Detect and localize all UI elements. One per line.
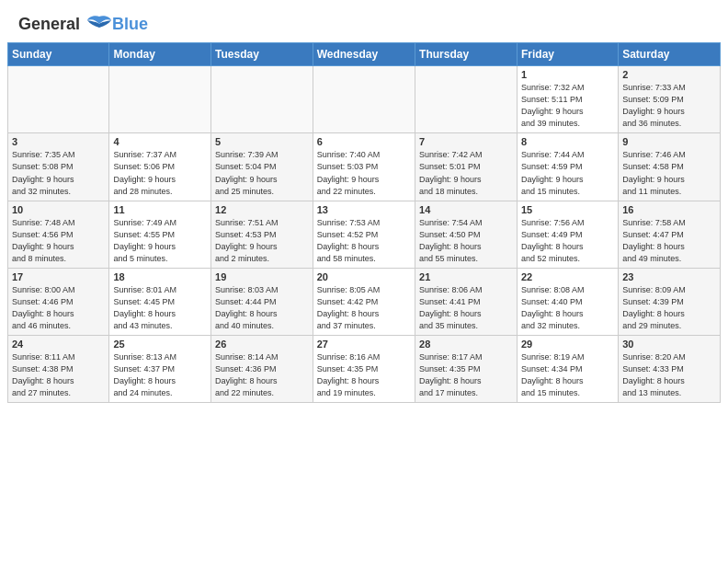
calendar-day-cell: 1Sunrise: 7:32 AM Sunset: 5:11 PM Daylig… <box>517 66 618 133</box>
day-number: 6 <box>317 136 411 147</box>
calendar-day-cell: 5Sunrise: 7:39 AM Sunset: 5:04 PM Daylig… <box>211 133 313 201</box>
calendar-table: SundayMondayTuesdayWednesdayThursdayFrid… <box>7 42 721 403</box>
calendar-week-row: 17Sunrise: 8:00 AM Sunset: 4:46 PM Dayli… <box>8 268 721 335</box>
calendar-day-cell: 23Sunrise: 8:09 AM Sunset: 4:39 PM Dayli… <box>619 268 721 335</box>
logo-general: General <box>18 15 80 33</box>
day-content: Sunrise: 7:49 AM Sunset: 4:55 PM Dayligh… <box>113 217 207 265</box>
day-content: Sunrise: 7:32 AM Sunset: 5:11 PM Dayligh… <box>521 82 614 130</box>
day-content: Sunrise: 7:37 AM Sunset: 5:06 PM Dayligh… <box>113 149 207 197</box>
calendar-day-cell: 26Sunrise: 8:14 AM Sunset: 4:36 PM Dayli… <box>211 336 313 403</box>
day-content: Sunrise: 8:16 AM Sunset: 4:35 PM Dayligh… <box>317 351 411 399</box>
calendar-day-cell: 7Sunrise: 7:42 AM Sunset: 5:01 PM Daylig… <box>415 133 518 201</box>
calendar-day-cell <box>415 66 518 133</box>
calendar-day-cell: 29Sunrise: 8:19 AM Sunset: 4:34 PM Dayli… <box>517 336 618 403</box>
weekday-header: Friday <box>517 43 618 66</box>
day-number: 7 <box>419 136 513 147</box>
calendar-day-cell: 11Sunrise: 7:49 AM Sunset: 4:55 PM Dayli… <box>109 201 211 268</box>
day-number: 8 <box>521 136 614 147</box>
day-number: 24 <box>12 339 105 350</box>
day-content: Sunrise: 8:05 AM Sunset: 4:42 PM Dayligh… <box>317 284 411 332</box>
day-number: 4 <box>113 136 207 147</box>
calendar-week-row: 3Sunrise: 7:35 AM Sunset: 5:08 PM Daylig… <box>8 133 721 201</box>
day-number: 14 <box>419 204 513 215</box>
day-number: 19 <box>215 271 309 282</box>
calendar-wrapper: SundayMondayTuesdayWednesdayThursdayFrid… <box>0 42 728 410</box>
day-content: Sunrise: 7:40 AM Sunset: 5:03 PM Dayligh… <box>317 149 411 197</box>
day-number: 28 <box>419 339 513 350</box>
day-number: 18 <box>113 271 207 282</box>
day-content: Sunrise: 7:46 AM Sunset: 4:58 PM Dayligh… <box>622 149 716 197</box>
day-content: Sunrise: 7:51 AM Sunset: 4:53 PM Dayligh… <box>215 217 309 265</box>
day-number: 2 <box>622 69 716 80</box>
day-content: Sunrise: 8:06 AM Sunset: 4:41 PM Dayligh… <box>419 284 513 332</box>
calendar-day-cell: 20Sunrise: 8:05 AM Sunset: 4:42 PM Dayli… <box>313 268 415 335</box>
day-content: Sunrise: 7:33 AM Sunset: 5:09 PM Dayligh… <box>622 82 716 130</box>
day-content: Sunrise: 7:54 AM Sunset: 4:50 PM Dayligh… <box>419 217 513 265</box>
weekday-header: Sunday <box>8 43 109 66</box>
calendar-day-cell <box>313 66 415 133</box>
day-number: 25 <box>113 339 207 350</box>
calendar-day-cell: 14Sunrise: 7:54 AM Sunset: 4:50 PM Dayli… <box>415 201 518 268</box>
logo: General Blue <box>18 15 148 35</box>
day-number: 16 <box>622 204 716 215</box>
calendar-week-row: 24Sunrise: 8:11 AM Sunset: 4:38 PM Dayli… <box>8 336 721 403</box>
calendar-day-cell: 4Sunrise: 7:37 AM Sunset: 5:06 PM Daylig… <box>109 133 211 201</box>
day-number: 30 <box>622 339 716 350</box>
calendar-day-cell: 10Sunrise: 7:48 AM Sunset: 4:56 PM Dayli… <box>8 201 109 268</box>
weekday-header: Monday <box>109 43 211 66</box>
day-content: Sunrise: 8:09 AM Sunset: 4:39 PM Dayligh… <box>622 284 716 332</box>
calendar-day-cell: 8Sunrise: 7:44 AM Sunset: 4:59 PM Daylig… <box>517 133 618 201</box>
calendar-day-cell: 27Sunrise: 8:16 AM Sunset: 4:35 PM Dayli… <box>313 336 415 403</box>
calendar-day-cell: 15Sunrise: 7:56 AM Sunset: 4:49 PM Dayli… <box>517 201 618 268</box>
calendar-day-cell: 28Sunrise: 8:17 AM Sunset: 4:35 PM Dayli… <box>415 336 518 403</box>
day-number: 26 <box>215 339 309 350</box>
day-content: Sunrise: 7:44 AM Sunset: 4:59 PM Dayligh… <box>521 149 614 197</box>
day-number: 5 <box>215 136 309 147</box>
calendar-day-cell: 6Sunrise: 7:40 AM Sunset: 5:03 PM Daylig… <box>313 133 415 201</box>
day-number: 15 <box>521 204 614 215</box>
page-header: General Blue <box>0 0 728 42</box>
weekday-header: Thursday <box>415 43 518 66</box>
calendar-week-row: 10Sunrise: 7:48 AM Sunset: 4:56 PM Dayli… <box>8 201 721 268</box>
calendar-day-cell: 12Sunrise: 7:51 AM Sunset: 4:53 PM Dayli… <box>211 201 313 268</box>
day-content: Sunrise: 7:39 AM Sunset: 5:04 PM Dayligh… <box>215 149 309 197</box>
calendar-day-cell: 9Sunrise: 7:46 AM Sunset: 4:58 PM Daylig… <box>619 133 721 201</box>
day-number: 22 <box>521 271 614 282</box>
day-content: Sunrise: 8:03 AM Sunset: 4:44 PM Dayligh… <box>215 284 309 332</box>
day-content: Sunrise: 8:00 AM Sunset: 4:46 PM Dayligh… <box>12 284 105 332</box>
day-number: 27 <box>317 339 411 350</box>
day-number: 12 <box>215 204 309 215</box>
day-number: 9 <box>622 136 716 147</box>
calendar-day-cell: 25Sunrise: 8:13 AM Sunset: 4:37 PM Dayli… <box>109 336 211 403</box>
day-number: 3 <box>12 136 105 147</box>
day-content: Sunrise: 8:11 AM Sunset: 4:38 PM Dayligh… <box>12 351 105 399</box>
day-content: Sunrise: 8:19 AM Sunset: 4:34 PM Dayligh… <box>521 351 614 399</box>
calendar-day-cell: 13Sunrise: 7:53 AM Sunset: 4:52 PM Dayli… <box>313 201 415 268</box>
calendar-week-row: 1Sunrise: 7:32 AM Sunset: 5:11 PM Daylig… <box>8 66 721 133</box>
day-number: 23 <box>622 271 716 282</box>
calendar-day-cell <box>211 66 313 133</box>
calendar-day-cell: 19Sunrise: 8:03 AM Sunset: 4:44 PM Dayli… <box>211 268 313 335</box>
calendar-day-cell: 17Sunrise: 8:00 AM Sunset: 4:46 PM Dayli… <box>8 268 109 335</box>
day-number: 21 <box>419 271 513 282</box>
calendar-day-cell <box>109 66 211 133</box>
calendar-day-cell <box>8 66 109 133</box>
weekday-header: Wednesday <box>313 43 415 66</box>
day-number: 29 <box>521 339 614 350</box>
day-content: Sunrise: 7:58 AM Sunset: 4:47 PM Dayligh… <box>622 217 716 265</box>
day-number: 13 <box>317 204 411 215</box>
day-number: 11 <box>113 204 207 215</box>
day-content: Sunrise: 7:48 AM Sunset: 4:56 PM Dayligh… <box>12 217 105 265</box>
day-content: Sunrise: 7:53 AM Sunset: 4:52 PM Dayligh… <box>317 217 411 265</box>
calendar-day-cell: 22Sunrise: 8:08 AM Sunset: 4:40 PM Dayli… <box>517 268 618 335</box>
calendar-header-row: SundayMondayTuesdayWednesdayThursdayFrid… <box>8 43 721 66</box>
day-content: Sunrise: 8:01 AM Sunset: 4:45 PM Dayligh… <box>113 284 207 332</box>
day-content: Sunrise: 8:14 AM Sunset: 4:36 PM Dayligh… <box>215 351 309 399</box>
calendar-day-cell: 21Sunrise: 8:06 AM Sunset: 4:41 PM Dayli… <box>415 268 518 335</box>
day-content: Sunrise: 8:08 AM Sunset: 4:40 PM Dayligh… <box>521 284 614 332</box>
logo-blue: Blue <box>112 15 148 33</box>
day-number: 1 <box>521 69 614 80</box>
day-content: Sunrise: 8:17 AM Sunset: 4:35 PM Dayligh… <box>419 351 513 399</box>
day-number: 17 <box>12 271 105 282</box>
day-content: Sunrise: 7:56 AM Sunset: 4:49 PM Dayligh… <box>521 217 614 265</box>
